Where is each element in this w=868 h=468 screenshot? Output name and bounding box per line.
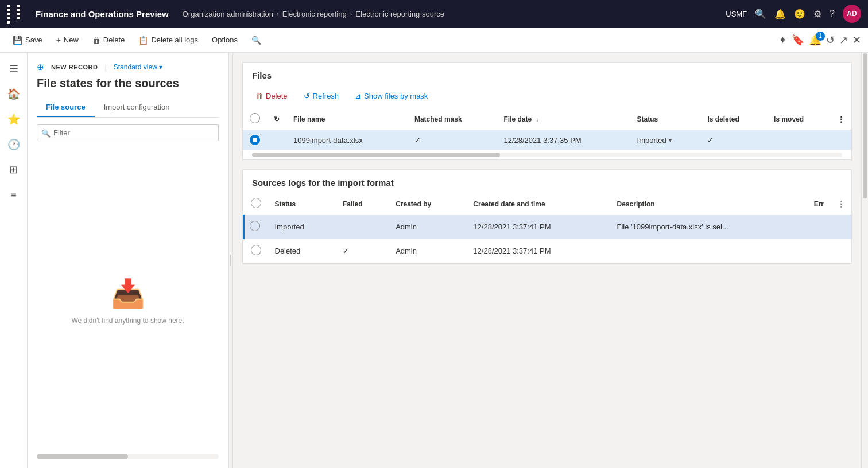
breadcrumb-item-1[interactable]: Organization administration	[183, 10, 273, 18]
header-radio[interactable]	[250, 113, 260, 123]
th-select[interactable]	[243, 108, 267, 130]
filter-input[interactable]	[37, 124, 219, 141]
app-title: Finance and Operations Preview	[36, 9, 169, 19]
log-row[interactable]: Deleted ✓ Admin 12/28/2021 3:37:41 PM	[244, 239, 852, 263]
logs-th-select[interactable]	[244, 193, 268, 215]
delete-button[interactable]: 🗑 Delete	[87, 32, 131, 48]
log-select-cell[interactable]	[244, 215, 268, 239]
th-filename[interactable]: File name	[286, 108, 408, 130]
left-panel-scrollbar[interactable]	[37, 454, 219, 459]
tab-file-source[interactable]: File source	[37, 98, 95, 117]
filter-input-wrap: 🔍	[37, 124, 219, 141]
table-row[interactable]: 1099import-data.xlsx ✓ 12/28/2021 3:37:3…	[243, 130, 851, 150]
logs-title: Sources logs for the import format	[243, 170, 851, 193]
files-table-scroll[interactable]: ↻ File name Matched mask File date	[243, 108, 851, 150]
notification-badge[interactable]: 🔔 1	[809, 34, 822, 46]
logs-th-created-by[interactable]: Created by	[389, 193, 466, 215]
files-delete-button[interactable]: 🗑 Delete	[252, 89, 291, 103]
top-bar: Finance and Operations Preview Organizat…	[0, 0, 868, 28]
logs-header-row: Status Failed Created by Created date an…	[244, 193, 852, 215]
new-record-label: NEW RECORD	[51, 64, 98, 71]
logs-th-failed[interactable]: Failed	[336, 193, 389, 215]
close-icon[interactable]: ✕	[852, 34, 861, 46]
vertical-scrollbar[interactable]	[861, 53, 868, 468]
bell-icon[interactable]: 🔔	[774, 9, 786, 20]
filter-search-icon: 🔍	[41, 128, 51, 137]
nav-recent-icon[interactable]: 🕐	[2, 133, 25, 156]
files-table: ↻ File name Matched mask File date	[243, 108, 851, 150]
logs-th-err[interactable]: Err	[807, 193, 831, 215]
th-file-date[interactable]: File date ↓	[497, 108, 630, 130]
panels-wrapper: ⊕ NEW RECORD | Standard view ▾ File stat…	[28, 53, 868, 468]
logs-th-status[interactable]: Status	[268, 193, 336, 215]
panel-divider[interactable]	[228, 53, 233, 468]
logs-header-radio[interactable]	[251, 198, 261, 208]
log-status-cell: Imported	[268, 215, 336, 239]
row-select-cell[interactable]	[243, 130, 267, 150]
logs-th-description[interactable]: Description	[610, 193, 807, 215]
nav-menu-icon[interactable]: ☰	[2, 57, 25, 80]
log-select-cell[interactable]	[244, 239, 268, 263]
app-grid-icon[interactable]	[7, 5, 26, 24]
nav-modules-icon[interactable]: ≡	[2, 184, 25, 206]
row-file-date-cell: 12/28/2021 3:37:35 PM	[497, 130, 630, 150]
smiley-icon[interactable]: 🙂	[794, 9, 805, 20]
logs-th-created-date[interactable]: Created date and time	[466, 193, 610, 215]
log-err-cell	[807, 215, 831, 239]
th-is-deleted[interactable]: Is deleted	[700, 108, 767, 130]
files-scrollbar[interactable]	[252, 153, 842, 157]
notification-count: 1	[816, 32, 825, 41]
more-columns-icon: ⋮	[838, 115, 844, 123]
files-refresh-icon: ↺	[304, 92, 310, 100]
log-failed-cell-2: ✓	[336, 239, 389, 263]
files-section: Files 🗑 Delete ↺ Refresh ⊿ Show files by…	[242, 62, 852, 160]
log-row[interactable]: Imported Admin 12/28/2021 3:37:41 PM Fil…	[244, 215, 852, 239]
global-search-icon[interactable]: 🔍	[755, 9, 766, 20]
files-show-by-mask-button[interactable]: ⊿ Show files by mask	[351, 89, 431, 103]
help-icon[interactable]: ?	[830, 9, 835, 19]
log-failed-cell	[336, 215, 389, 239]
log-radio-2[interactable]	[251, 245, 261, 255]
row-radio-checked[interactable]	[250, 135, 260, 145]
tabs: File source Import configuration	[37, 98, 219, 118]
th-status[interactable]: Status	[630, 108, 701, 130]
gear-icon[interactable]: ⚙	[813, 9, 822, 20]
options-button[interactable]: Options	[206, 32, 243, 48]
log-radio[interactable]	[250, 221, 260, 231]
save-button[interactable]: 💾 Save	[7, 32, 48, 48]
command-bar: 💾 Save + New 🗑 Delete 📋 Delete all logs …	[0, 28, 868, 53]
th-is-moved[interactable]: Is moved	[767, 108, 831, 130]
log-created-by-cell-2: Admin	[389, 239, 466, 263]
th-sync[interactable]: ↻	[267, 108, 286, 130]
breadcrumb-item-2[interactable]: Electronic reporting	[282, 10, 347, 18]
logs-table: Status Failed Created by Created date an…	[243, 193, 851, 263]
logs-more-icon[interactable]: ⋮	[838, 200, 844, 208]
breadcrumb-item-3[interactable]: Electronic reporting source	[355, 10, 444, 18]
avatar[interactable]: AD	[843, 5, 861, 23]
refresh-icon[interactable]: ↺	[826, 34, 835, 46]
nav-home-icon[interactable]: 🏠	[2, 83, 25, 106]
nav-favorites-icon[interactable]: ⭐	[2, 108, 25, 131]
row-is-deleted-cell: ✓	[700, 130, 767, 150]
personalize-icon[interactable]: ✦	[778, 34, 787, 46]
th-matched-mask[interactable]: Matched mask	[408, 108, 497, 130]
empty-text: We didn't find anything to show here.	[71, 317, 184, 325]
standard-view-dropdown[interactable]: Standard view ▾	[114, 63, 162, 71]
new-button[interactable]: + New	[51, 32, 84, 48]
status-dropdown-arrow[interactable]: ▾	[669, 137, 672, 143]
logs-th-more[interactable]: ⋮	[831, 193, 851, 215]
breadcrumb: Organization administration › Electronic…	[183, 10, 722, 18]
add-icon: +	[56, 36, 61, 45]
delete-all-logs-button[interactable]: 📋 Delete all logs	[133, 32, 204, 48]
status-dropdown[interactable]: Imported ▾	[637, 136, 694, 145]
delete-logs-icon: 📋	[138, 36, 148, 45]
bookmark-icon[interactable]: 🔖	[792, 34, 804, 46]
files-refresh-button[interactable]: ↺ Refresh	[300, 89, 343, 103]
nav-workspaces-icon[interactable]: ⊞	[2, 158, 25, 181]
delete-icon: 🗑	[92, 36, 100, 45]
command-search-button[interactable]: 🔍	[246, 32, 267, 48]
divider-handle	[230, 255, 231, 266]
tab-import-configuration[interactable]: Import configuration	[95, 98, 179, 117]
open-in-new-icon[interactable]: ↗	[839, 34, 848, 46]
th-more[interactable]: ⋮	[831, 108, 851, 130]
